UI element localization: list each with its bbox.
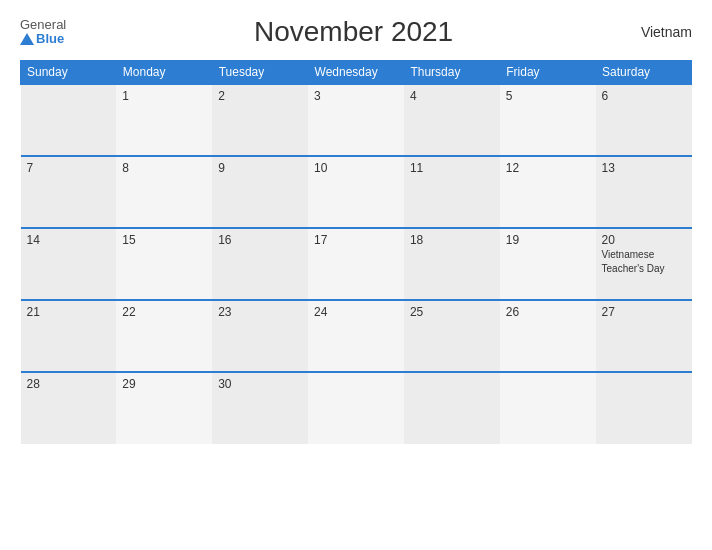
calendar-day: 20Vietnamese Teacher's Day (596, 228, 692, 300)
header-saturday: Saturday (596, 61, 692, 85)
calendar-page: General Blue November 2021 Vietnam Sunda… (0, 0, 712, 550)
calendar-day: 27 (596, 300, 692, 372)
calendar-week-row: 123456 (21, 84, 692, 156)
day-number: 24 (314, 305, 398, 319)
day-number: 5 (506, 89, 590, 103)
calendar-week-row: 14151617181920Vietnamese Teacher's Day (21, 228, 692, 300)
weekday-header-row: Sunday Monday Tuesday Wednesday Thursday… (21, 61, 692, 85)
calendar-day: 16 (212, 228, 308, 300)
day-number: 17 (314, 233, 398, 247)
calendar-day: 5 (500, 84, 596, 156)
logo-triangle-icon (20, 33, 34, 45)
calendar-table: Sunday Monday Tuesday Wednesday Thursday… (20, 60, 692, 444)
day-number: 16 (218, 233, 302, 247)
calendar-day: 2 (212, 84, 308, 156)
calendar-day: 19 (500, 228, 596, 300)
calendar-week-row: 21222324252627 (21, 300, 692, 372)
calendar-day: 28 (21, 372, 117, 444)
header: General Blue November 2021 Vietnam (20, 16, 692, 48)
calendar-day: 8 (116, 156, 212, 228)
day-number: 11 (410, 161, 494, 175)
day-number: 20 (602, 233, 686, 247)
calendar-day: 6 (596, 84, 692, 156)
calendar-day: 15 (116, 228, 212, 300)
calendar-day: 10 (308, 156, 404, 228)
calendar-day: 25 (404, 300, 500, 372)
calendar-week-row: 78910111213 (21, 156, 692, 228)
calendar-day (21, 84, 117, 156)
calendar-day: 18 (404, 228, 500, 300)
calendar-day: 12 (500, 156, 596, 228)
day-event: Vietnamese Teacher's Day (602, 249, 665, 274)
day-number: 15 (122, 233, 206, 247)
day-number: 19 (506, 233, 590, 247)
calendar-title: November 2021 (66, 16, 641, 48)
calendar-day: 13 (596, 156, 692, 228)
calendar-day: 11 (404, 156, 500, 228)
day-number: 23 (218, 305, 302, 319)
calendar-day: 30 (212, 372, 308, 444)
day-number: 2 (218, 89, 302, 103)
calendar-day: 14 (21, 228, 117, 300)
day-number: 10 (314, 161, 398, 175)
calendar-day: 17 (308, 228, 404, 300)
day-number: 28 (27, 377, 111, 391)
country-label: Vietnam (641, 24, 692, 40)
calendar-day: 22 (116, 300, 212, 372)
header-friday: Friday (500, 61, 596, 85)
day-number: 13 (602, 161, 686, 175)
day-number: 9 (218, 161, 302, 175)
calendar-day (404, 372, 500, 444)
calendar-day (500, 372, 596, 444)
logo: General Blue (20, 18, 66, 47)
calendar-day: 1 (116, 84, 212, 156)
day-number: 29 (122, 377, 206, 391)
day-number: 14 (27, 233, 111, 247)
day-number: 12 (506, 161, 590, 175)
calendar-day: 9 (212, 156, 308, 228)
calendar-day: 24 (308, 300, 404, 372)
day-number: 30 (218, 377, 302, 391)
day-number: 4 (410, 89, 494, 103)
header-wednesday: Wednesday (308, 61, 404, 85)
header-tuesday: Tuesday (212, 61, 308, 85)
calendar-day: 3 (308, 84, 404, 156)
day-number: 25 (410, 305, 494, 319)
day-number: 6 (602, 89, 686, 103)
day-number: 3 (314, 89, 398, 103)
logo-blue-text: Blue (20, 32, 66, 46)
day-number: 7 (27, 161, 111, 175)
header-sunday: Sunday (21, 61, 117, 85)
day-number: 18 (410, 233, 494, 247)
day-number: 22 (122, 305, 206, 319)
calendar-day (308, 372, 404, 444)
calendar-day: 26 (500, 300, 596, 372)
day-number: 27 (602, 305, 686, 319)
calendar-day (596, 372, 692, 444)
day-number: 21 (27, 305, 111, 319)
header-thursday: Thursday (404, 61, 500, 85)
calendar-day: 7 (21, 156, 117, 228)
calendar-week-row: 282930 (21, 372, 692, 444)
calendar-day: 29 (116, 372, 212, 444)
calendar-day: 21 (21, 300, 117, 372)
day-number: 26 (506, 305, 590, 319)
logo-general-text: General (20, 18, 66, 32)
calendar-day: 4 (404, 84, 500, 156)
calendar-day: 23 (212, 300, 308, 372)
day-number: 1 (122, 89, 206, 103)
day-number: 8 (122, 161, 206, 175)
header-monday: Monday (116, 61, 212, 85)
